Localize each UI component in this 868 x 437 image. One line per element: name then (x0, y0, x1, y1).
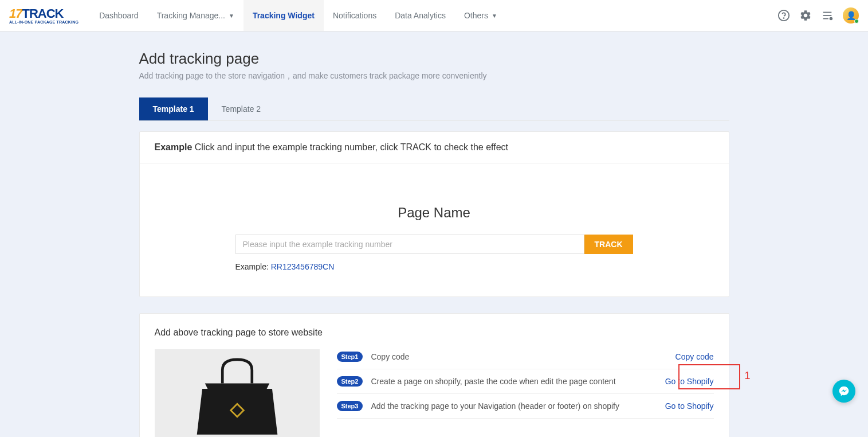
logo-tagline: ALL-IN-ONE PACKAGE TRACKING (9, 20, 78, 24)
list-icon[interactable] (821, 9, 834, 22)
example-body: Page Name TRACK Example: RR123456789CN (140, 163, 729, 296)
nav-label: Tracking Manage... (157, 11, 225, 20)
chevron-down-icon: ▼ (229, 13, 234, 19)
header: 17TRACK ALL-IN-ONE PACKAGE TRACKING Dash… (0, 0, 868, 32)
status-dot (854, 19, 859, 24)
tab-template-2[interactable]: Template 2 (208, 97, 274, 120)
main-content: Add tracking page Add tracking page to t… (139, 32, 729, 437)
example-strong: Example (155, 142, 193, 152)
example-header: Example Click and input the example trac… (140, 132, 729, 163)
example-card: Example Click and input the example trac… (139, 131, 729, 297)
chat-fab[interactable] (832, 380, 855, 403)
logo-track: TRACK (22, 6, 63, 21)
avatar[interactable]: 👤 (843, 7, 859, 24)
example-text: Click and input the example tracking num… (192, 142, 508, 152)
logo-17: 17 (9, 6, 22, 21)
go-to-shopify-link[interactable]: Go to Shopify (665, 377, 714, 386)
step-row-3: Step3 Add the tracking page to your Navi… (337, 394, 714, 419)
header-right: 👤 (777, 7, 859, 24)
chevron-down-icon: ▼ (492, 13, 497, 19)
help-icon[interactable] (777, 9, 790, 22)
step-text: Copy code (371, 352, 675, 361)
track-row: TRACK (235, 235, 633, 254)
steps-title: Add above tracking page to store website (155, 327, 714, 338)
nav-tracking-widget[interactable]: Tracking Widget (243, 0, 324, 31)
step-row-2: Step2 Create a page on shopify, paste th… (337, 369, 714, 394)
product-image (155, 349, 320, 437)
page-name-title: Page Name (163, 205, 706, 221)
track-button[interactable]: TRACK (584, 235, 633, 254)
nav-tracking-manage[interactable]: Tracking Manage... ▼ (148, 0, 243, 31)
page-title: Add tracking page (139, 50, 729, 68)
annotation-number: 1 (744, 370, 750, 382)
nav: Dashboard Tracking Manage... ▼ Tracking … (90, 0, 506, 31)
gear-icon[interactable] (799, 9, 812, 22)
step-badge: Step1 (337, 352, 363, 362)
messenger-icon (838, 385, 850, 397)
nav-dashboard[interactable]: Dashboard (90, 0, 148, 31)
nav-label: Others (464, 11, 488, 20)
step-text: Add the tracking page to your Navigation… (371, 401, 665, 411)
step-badge: Step3 (337, 401, 363, 411)
logo[interactable]: 17TRACK ALL-IN-ONE PACKAGE TRACKING (9, 7, 78, 24)
steps-list: Step1 Copy code Copy code Step2 Create a… (337, 349, 714, 437)
step-row-1: Step1 Copy code Copy code (337, 349, 714, 369)
go-to-shopify-link[interactable]: Go to Shopify (665, 401, 714, 411)
tabs: Template 1 Template 2 (139, 97, 729, 121)
steps-body: Step1 Copy code Copy code Step2 Create a… (155, 349, 714, 437)
step-badge: Step2 (337, 376, 363, 387)
copy-code-link[interactable]: Copy code (675, 352, 714, 361)
nav-notifications[interactable]: Notifications (324, 0, 386, 31)
nav-data-analytics[interactable]: Data Analytics (386, 0, 455, 31)
tracking-input[interactable] (235, 235, 584, 254)
example-label: Example: (235, 262, 271, 271)
svg-point-1 (784, 18, 784, 18)
handbag-icon (180, 354, 294, 437)
page-subtitle: Add tracking page to the store navigatio… (139, 71, 729, 81)
tab-template-1[interactable]: Template 1 (139, 97, 208, 120)
example-line: Example: RR123456789CN (235, 262, 633, 271)
svg-point-5 (830, 17, 833, 21)
nav-others[interactable]: Others ▼ (455, 0, 506, 31)
step-text: Create a page on shopify, paste the code… (371, 377, 665, 386)
example-number[interactable]: RR123456789CN (271, 262, 335, 271)
steps-card: Add above tracking page to store website… (139, 313, 729, 437)
